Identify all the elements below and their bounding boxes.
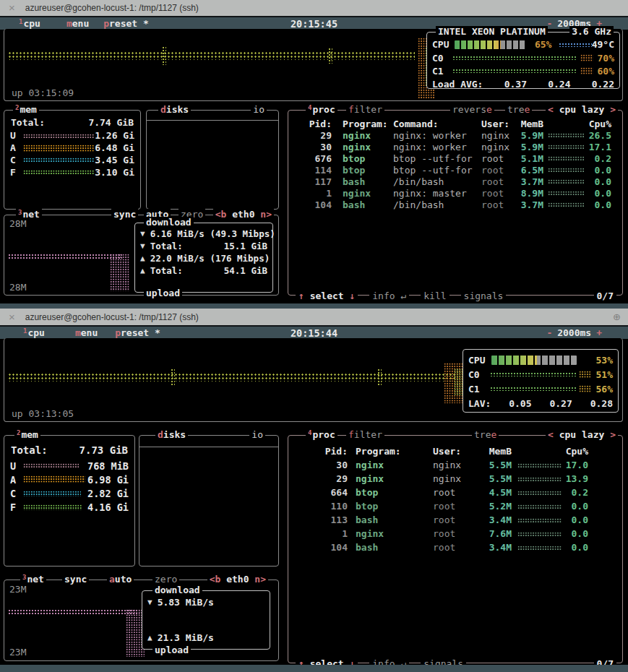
circle-plus-icon[interactable]: ⊕	[613, 311, 621, 322]
up-arrow-icon: ↑	[298, 290, 304, 301]
proc-row[interactable]: 664btoproot4.5M0.2	[288, 486, 622, 499]
download-icon: ▼	[140, 241, 145, 251]
net-scale-bottom: 28M	[9, 282, 26, 293]
net-sync-button[interactable]: sync	[62, 574, 89, 585]
proc-row[interactable]: 117bash/bin/bashroot3.7M0.0	[288, 176, 622, 187]
enter-arrow-icon: ↵	[400, 290, 406, 301]
proc-row[interactable]: 1nginxnginx: masterroot8.9M0.0	[288, 187, 622, 199]
rate-decrease-button[interactable]: -	[546, 327, 552, 338]
proc-row[interactable]: 30nginxnginx: workernginx5.9M17.1	[288, 141, 622, 152]
disks-io-toggle[interactable]: io	[251, 104, 267, 115]
preset-button[interactable]: preset *	[103, 18, 149, 29]
mem-panel-title[interactable]: 2mem	[14, 429, 40, 440]
cpu-total-meter	[491, 356, 577, 365]
upload-label: upload	[152, 645, 191, 655]
menu-button[interactable]: menu	[75, 327, 98, 338]
cpu-menu-button[interactable]: 1cpu	[19, 18, 40, 29]
titlebar[interactable]: × azureuser@gcohen-locust-1: /tmp/1127 (…	[0, 309, 628, 325]
proc-row[interactable]: 1nginxroot7.6M0.0	[288, 527, 622, 540]
core0-label: C0	[468, 369, 480, 380]
proc-tree-button[interactable]: tree	[472, 429, 499, 440]
proc-filter-button[interactable]: filter	[346, 429, 384, 440]
upload-total-label: Total:	[150, 265, 183, 276]
proc-filter-button[interactable]: filter	[346, 104, 384, 115]
cpu-menu-button[interactable]: 1cpu	[23, 327, 45, 338]
update-rate: - 2000ms +	[546, 327, 602, 338]
mem-row-available: A6.98 Gi	[4, 473, 134, 486]
cpu-stats-box: CPU 53% C0 51% C1 56% LAV:	[463, 349, 619, 413]
cpu-temp-graph	[559, 43, 591, 47]
disks-io-toggle[interactable]: io	[249, 429, 265, 440]
core0-pct: 51%	[596, 369, 613, 380]
proc-reverse-button[interactable]: reverse	[450, 104, 494, 115]
net-sync-button[interactable]: sync	[111, 209, 138, 220]
proc-row[interactable]: 104bashroot3.4M0.0	[288, 540, 622, 554]
cpu-total-label: CPU	[432, 39, 449, 50]
proc-row[interactable]: 114btopbtop --utf-forroot6.5M0.0	[288, 164, 622, 176]
net-zero-button[interactable]: zero	[152, 574, 179, 585]
load-avg-3: 0.28	[590, 398, 613, 409]
proc-panel: 4proc filter reverse tree < cpu lazy > P…	[288, 110, 623, 296]
net-interface-selector[interactable]: <b eth0 n>	[213, 209, 274, 220]
kill-key[interactable]: kill	[421, 290, 449, 301]
core1-label: C1	[432, 66, 444, 77]
upload-icon: ▲	[147, 633, 152, 642]
preset-button[interactable]: preset *	[115, 327, 160, 338]
mem-panel: 2mem Total:7.74 GiB U1.26 Gi A6.48 Gi C3…	[4, 110, 141, 210]
proc-tree-button[interactable]: tree	[505, 104, 532, 115]
proc-row[interactable]: 110btoproot5.2M0.0	[288, 499, 622, 513]
mem-panel-title[interactable]: 2mem	[13, 104, 39, 115]
proc-panel-title[interactable]: 4proc	[306, 429, 337, 440]
info-key[interactable]: info ↵	[369, 290, 409, 301]
close-icon[interactable]: ×	[9, 310, 15, 324]
net-stats-box: download upload ▼6.16 MiB/s (49.3 Mibps)…	[134, 223, 273, 293]
net-scale-bottom: 23M	[9, 647, 26, 658]
net-scale-top: 28M	[9, 218, 26, 229]
download-total-label: Total:	[150, 241, 183, 251]
mem-total-label: Total:	[11, 117, 45, 128]
proc-sort-selector[interactable]: < cpu lazy >	[546, 104, 618, 115]
proc-row[interactable]: 29nginxnginx: workernginx5.9M26.5	[288, 129, 622, 141]
cpu-graph	[8, 51, 415, 60]
net-panel-title[interactable]: 3net	[20, 574, 46, 585]
net-interface-selector[interactable]: <b eth0 n>	[207, 574, 268, 585]
mem-row-used: U768 MiB	[4, 459, 134, 473]
close-icon[interactable]: ×	[9, 1, 15, 15]
signals-key[interactable]: signals	[461, 290, 507, 301]
load-avg-3: 0.22	[592, 79, 614, 90]
mem-free-graph	[23, 504, 82, 510]
cpu-freq-label: 3.6 GHz	[569, 26, 614, 37]
rate-increase-button[interactable]: +	[596, 327, 602, 338]
upload-icon: ▲	[140, 266, 145, 275]
proc-row[interactable]: 29nginxnginx5.5M13.9	[288, 472, 622, 486]
titlebar[interactable]: × azureuser@gcohen-locust-1: /tmp/1127 (…	[0, 0, 628, 16]
proc-sort-selector[interactable]: < cpu lazy >	[546, 429, 618, 440]
mem-cached-graph	[23, 491, 81, 496]
proc-row[interactable]: 104bash/bin/bashroot3.7M0.0	[288, 199, 622, 210]
proc-row[interactable]: 113bashroot3.4M0.0	[288, 513, 622, 527]
select-keys[interactable]: ↑ select ↓	[296, 290, 358, 301]
net-auto-button[interactable]: auto	[107, 574, 134, 585]
mem-cached-graph	[23, 158, 94, 163]
cpu-panel: up 03:15:09 INTEL XEON PLATINUM 3.6 GHz …	[4, 29, 623, 101]
mem-used-graph	[23, 463, 79, 468]
load-avg-2: 0.24	[548, 79, 570, 90]
core1-pct: 60%	[598, 66, 614, 77]
load-avg-label: LAV:	[468, 398, 491, 409]
core1-graph	[452, 69, 577, 73]
cpu-total-meter	[455, 40, 525, 49]
proc-row[interactable]: 30nginxnginx5.5M17.0	[288, 458, 622, 472]
proc-row[interactable]: 676btopbtop --utf-forroot5.1M0.2	[288, 152, 622, 164]
terminal-window-top: × azureuser@gcohen-locust-1: /tmp/1127 (…	[0, 0, 628, 309]
mem-available-graph	[23, 145, 94, 152]
titlebar-title: azureuser@gcohen-locust-1: /tmp/1127 (ss…	[25, 3, 199, 13]
upload-total: 54.1 GiB	[224, 265, 267, 276]
download-label: download	[152, 585, 202, 595]
menu-button[interactable]: menu	[66, 18, 89, 29]
rate-value: 2000ms	[557, 327, 591, 338]
disks-panel-title[interactable]: disks	[158, 104, 191, 115]
proc-panel-title[interactable]: 4proc	[306, 104, 337, 115]
disks-panel-title[interactable]: disks	[155, 429, 188, 440]
download-speed: 6.16 MiB/s (49.3 Mibps)	[150, 228, 275, 239]
clock: 20:15:45	[291, 18, 337, 30]
